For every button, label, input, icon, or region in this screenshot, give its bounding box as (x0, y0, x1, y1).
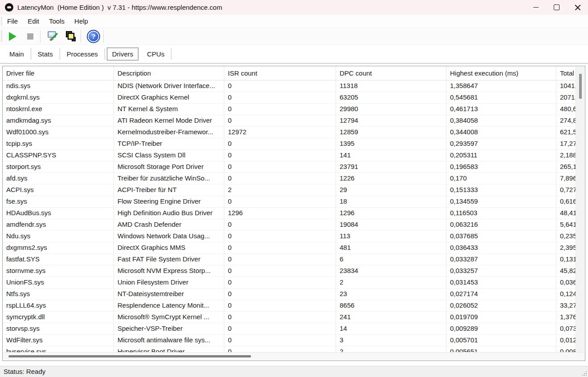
cell-isr-count: 0 (224, 335, 336, 346)
table-row[interactable]: fse.sys Flow Steering Engine Driver 0 18… (3, 196, 576, 208)
table-row[interactable]: storvsp.sys Speicher-VSP-Treiber 0 14 0,… (3, 323, 576, 335)
menu-tools[interactable]: Tools (44, 15, 69, 28)
minimize-button[interactable] (525, 0, 546, 15)
start-monitor-button[interactable] (5, 30, 20, 43)
column-header-isr-count[interactable]: ISR count (224, 66, 336, 80)
cell-total: 2071, (556, 92, 576, 103)
resize-grip[interactable] (581, 370, 587, 376)
horizontal-scrollbar-thumb[interactable] (8, 355, 251, 357)
cell-highest-execution: 0,027174 (446, 289, 556, 300)
tab-stats[interactable]: Stats (31, 48, 60, 60)
horizontal-scrollbar[interactable] (3, 352, 585, 361)
column-header-description[interactable]: Description (114, 66, 224, 80)
tab-drivers[interactable]: Drivers (107, 48, 139, 60)
table-row[interactable]: dxgmms2.sys DirectX Graphics MMS 0 481 0… (3, 242, 576, 254)
toolbar-separator (103, 30, 104, 43)
window-title: LatencyMon (Home Edition ) v 7.31 - http… (17, 4, 222, 11)
cell-driver-file: CLASSPNP.SYS (3, 150, 114, 161)
help-button[interactable]: ? (86, 30, 101, 43)
cell-highest-execution: 0,151333 (446, 184, 556, 196)
cell-total: 2,395 (556, 242, 576, 253)
cell-dpc-count: 481 (336, 242, 446, 253)
table-row[interactable]: Wdf01000.sys Kernelmodustreiber-Framewor… (3, 127, 576, 138)
table-row[interactable]: WdFilter.sys Microsoft antimalware file … (3, 335, 576, 346)
table-row[interactable]: rspLLL64.sys Resplendence Latency Monit.… (3, 300, 576, 312)
cell-isr-count: 0 (224, 173, 336, 184)
table-row[interactable]: tcpip.sys TCP/IP-Treiber 0 1395 0,293597… (3, 138, 576, 150)
cell-description: SCSI Class System Dll (114, 150, 224, 161)
table-row[interactable]: fastfat.SYS Fast FAT File System Driver … (3, 254, 576, 265)
cell-isr-count: 0 (224, 323, 336, 334)
play-icon (9, 32, 16, 41)
cell-isr-count: 0 (224, 219, 336, 230)
toolbar-grip[interactable] (1, 31, 2, 42)
cell-total: 45,82 (556, 265, 576, 277)
maximize-button[interactable] (546, 0, 567, 15)
cell-total: 48,41 (556, 208, 576, 219)
menu-edit[interactable]: Edit (23, 15, 44, 28)
cell-isr-count: 0 (224, 231, 336, 242)
cell-total: 274,8 (556, 115, 576, 126)
column-header-total[interactable]: Total (556, 66, 576, 80)
cell-total: 7,896 (556, 173, 576, 184)
cell-dpc-count: 23834 (336, 265, 446, 277)
menu-file[interactable]: File (2, 15, 23, 28)
cell-highest-execution: 0,344008 (446, 127, 556, 138)
table-row[interactable]: CLASSPNP.SYS SCSI Class System Dll 0 141… (3, 150, 576, 161)
table-row[interactable]: amdkmdag.sys ATI Radeon Kernel Mode Driv… (3, 115, 576, 127)
cell-description: Hypervisor Boot Driver (114, 346, 224, 352)
column-header-driver-file[interactable]: Driver file (3, 66, 114, 80)
tab-cpus[interactable]: CPUs (140, 48, 171, 60)
column-header-dpc-count[interactable]: DPC count (336, 66, 446, 80)
cell-description: DirectX Graphics MMS (114, 242, 224, 253)
tab-processes[interactable]: Processes (60, 48, 105, 60)
stop-monitor-button[interactable] (23, 30, 38, 43)
cell-description: Union Filesystem Driver (114, 277, 224, 288)
table-row[interactable]: stornvme.sys Microsoft NVM Express Storp… (3, 265, 576, 277)
cell-driver-file: fastfat.SYS (3, 254, 114, 265)
maximize-icon (554, 4, 560, 10)
options-icon (47, 31, 59, 42)
cell-driver-file: Ndu.sys (3, 231, 114, 242)
table-row[interactable]: symcryptk.dll Microsoft® SymCrypt Kernel… (3, 312, 576, 323)
table-row[interactable]: ntoskrnl.exe NT Kernel & System 0 29980 … (3, 104, 576, 115)
table-row[interactable]: storport.sys Microsoft Storage Port Driv… (3, 161, 576, 173)
table-row[interactable]: Ndu.sys Windows Network Data Usag... 0 1… (3, 231, 576, 242)
cell-description: Speicher-VSP-Treiber (114, 323, 224, 334)
cell-total: 0,008 (556, 346, 576, 352)
table-row[interactable]: afd.sys Treiber für zusätzliche WinSo...… (3, 173, 576, 184)
table-row[interactable]: hvservice.sys Hypervisor Boot Driver 0 2… (3, 346, 576, 352)
vertical-scrollbar[interactable] (576, 67, 584, 352)
table-row[interactable]: ACPI.sys ACPI-Treiber für NT 2 29 0,1513… (3, 184, 576, 196)
close-button[interactable] (567, 0, 588, 15)
table-row[interactable]: amdfendr.sys AMD Crash Defender 0 19084 … (3, 219, 576, 231)
cell-dpc-count: 23791 (336, 161, 446, 172)
table-row[interactable]: dxgkrnl.sys DirectX Graphics Kernel 0 63… (3, 92, 576, 104)
cell-description: Windows Network Data Usag... (114, 231, 224, 242)
cell-driver-file: ACPI.sys (3, 184, 114, 196)
app-icon (5, 3, 13, 12)
cell-description: TCP/IP-Treiber (114, 138, 224, 149)
cell-driver-file: rspLLL64.sys (3, 300, 114, 311)
vertical-scrollbar-thumb[interactable] (579, 74, 582, 99)
tab-main[interactable]: Main (3, 48, 31, 60)
cell-highest-execution: 0,036433 (446, 242, 556, 253)
cell-isr-count: 0 (224, 265, 336, 277)
cell-highest-execution: 0,063216 (446, 219, 556, 230)
table-row[interactable]: HDAudBus.sys High Definition Audio Bus D… (3, 208, 576, 219)
cell-description: Kernelmodustreiber-Framewor... (114, 127, 224, 138)
cell-highest-execution: 0,037685 (446, 231, 556, 242)
copy-report-button[interactable] (63, 30, 78, 43)
options-button[interactable] (45, 30, 61, 43)
cell-dpc-count: 113 (336, 231, 446, 242)
menu-help[interactable]: Help (69, 15, 93, 28)
help-icon: ? (87, 30, 100, 43)
table-row[interactable]: ndis.sys NDIS (Network Driver Interface.… (3, 80, 576, 92)
cell-dpc-count: 19084 (336, 219, 446, 230)
cell-description: ATI Radeon Kernel Mode Driver (114, 115, 224, 126)
cell-isr-count: 0 (224, 196, 336, 207)
table-row[interactable]: Ntfs.sys NT-Dateisystemtreiber 0 23 0,02… (3, 289, 576, 300)
cell-highest-execution: 0,293597 (446, 138, 556, 149)
column-header-highest-execution[interactable]: Highest execution (ms) (446, 66, 556, 80)
table-row[interactable]: UnionFS.sys Union Filesystem Driver 0 2 … (3, 277, 576, 289)
